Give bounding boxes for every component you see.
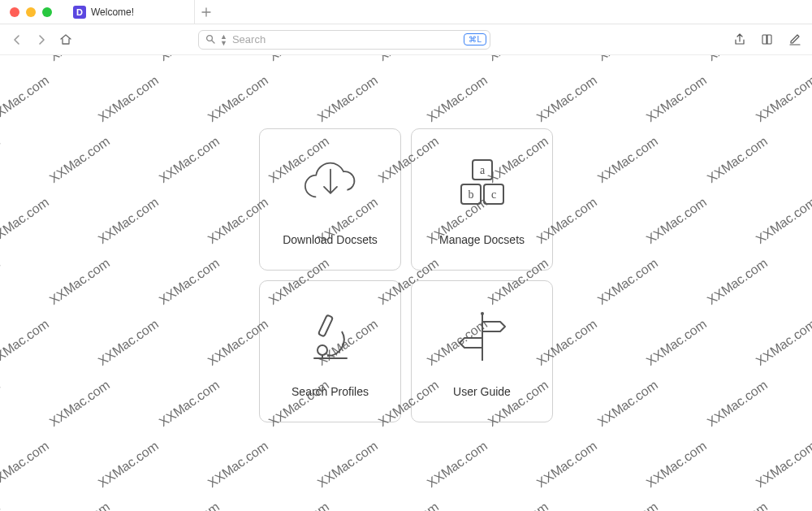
back-button[interactable] [10, 32, 24, 47]
tab-welcome[interactable]: D Welcome! [65, 0, 195, 24]
close-window-button[interactable] [10, 7, 19, 17]
svg-text:b: b [468, 188, 473, 201]
tab-title: Welcome! [91, 6, 134, 18]
app-icon: D [73, 6, 86, 19]
home-icon [59, 33, 72, 46]
svg-rect-7 [317, 314, 332, 336]
svg-point-8 [317, 345, 327, 355]
zoom-window-button[interactable] [42, 7, 52, 17]
new-tab-button[interactable] [195, 0, 218, 24]
card-user-guide[interactable]: User Guide [411, 280, 553, 422]
compose-icon [788, 32, 802, 47]
right-actions [732, 32, 802, 47]
card-label: Search Profiles [292, 385, 369, 398]
search-bar[interactable]: ▲▼ ⌘L [198, 30, 490, 50]
microscope-icon [298, 305, 363, 370]
chevron-right-icon [37, 34, 46, 45]
svg-point-9 [481, 312, 484, 315]
search-icon [205, 32, 215, 47]
toolbar: ▲▼ ⌘L [0, 24, 812, 55]
card-label: Manage Docsets [439, 233, 525, 246]
sort-icon: ▲▼ [220, 33, 227, 46]
forward-button[interactable] [34, 32, 49, 47]
svg-text:a: a [479, 164, 485, 176]
bookmarks-button[interactable] [760, 32, 775, 47]
edit-button[interactable] [788, 32, 802, 47]
nav-group [10, 32, 73, 47]
chevron-left-icon [12, 34, 22, 45]
minimize-window-button[interactable] [26, 7, 36, 17]
tab-strip: D Welcome! [65, 0, 218, 24]
book-icon [760, 32, 775, 47]
card-manage-docsets[interactable]: a b c Manage Docsets [411, 128, 553, 271]
shortcut-badge: ⌘L [464, 33, 486, 45]
cloud-download-icon [298, 154, 363, 219]
share-icon [732, 32, 747, 47]
search-input[interactable] [232, 33, 460, 45]
signpost-icon [450, 305, 515, 370]
plus-icon [201, 7, 211, 17]
share-button[interactable] [732, 32, 747, 47]
window-controls [0, 7, 52, 17]
titlebar: D Welcome! [0, 0, 812, 24]
svg-point-0 [207, 35, 213, 41]
welcome-grid: Download Docsets a b c Manage Docsets [259, 128, 553, 422]
blocks-abc-icon: a b c [450, 154, 515, 219]
svg-text:c: c [490, 188, 495, 201]
content-area: Download Docsets a b c Manage Docsets [0, 55, 812, 511]
card-label: User Guide [453, 385, 511, 398]
card-label: Download Docsets [283, 233, 378, 246]
home-button[interactable] [58, 32, 73, 47]
card-download-docsets[interactable]: Download Docsets [259, 128, 401, 271]
card-search-profiles[interactable]: Search Profiles [259, 280, 401, 422]
